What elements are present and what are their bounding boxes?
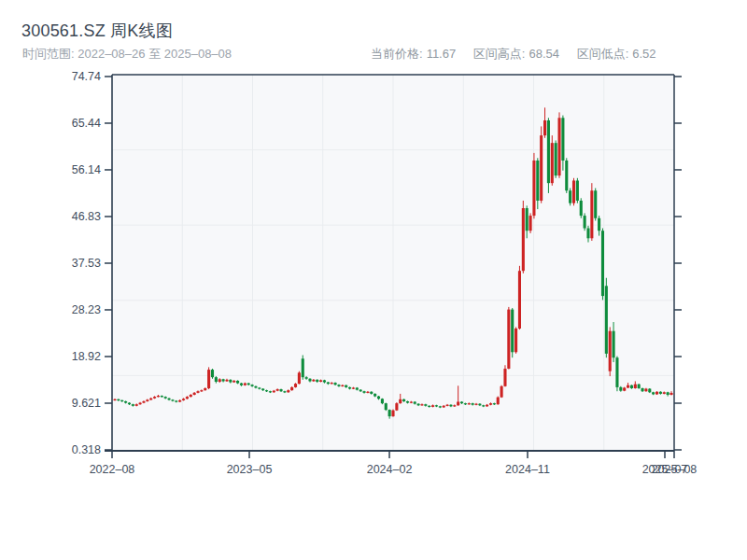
candle — [128, 403, 131, 405]
candle — [377, 397, 380, 399]
date-range-subtitle: 时间范围: 2022–08–26 至 2025–08–08 — [22, 46, 232, 63]
candle — [526, 208, 529, 231]
candle — [327, 383, 330, 385]
candle — [601, 231, 604, 296]
candle — [168, 399, 171, 400]
stat-current-price: 当前价格:11.67 — [371, 47, 456, 61]
candle — [294, 384, 297, 387]
candle — [439, 406, 442, 407]
candle — [493, 403, 496, 404]
candle — [497, 398, 500, 405]
candle — [435, 405, 438, 406]
candle — [171, 399, 174, 400]
candle — [175, 400, 177, 401]
candle — [247, 384, 250, 385]
candle — [308, 379, 311, 382]
candle — [507, 310, 510, 369]
candle — [572, 180, 575, 203]
candle — [522, 208, 525, 271]
candle — [132, 404, 134, 406]
candle — [244, 384, 247, 385]
candle — [464, 403, 467, 404]
y-tick-label: 56.14 — [72, 163, 101, 176]
x-axis: 2022–082023–052024–022024–112025–072025–… — [90, 451, 698, 476]
y-tick-label: 37.53 — [72, 257, 101, 270]
candle — [619, 387, 622, 391]
candle — [124, 401, 127, 403]
y-tick-label: 74.74 — [72, 70, 101, 83]
candle — [399, 399, 402, 403]
candle — [598, 218, 600, 231]
candle — [385, 403, 388, 410]
candle — [659, 392, 662, 394]
y-tick-label: 18.92 — [72, 350, 101, 363]
candle — [511, 310, 514, 353]
candle — [316, 380, 318, 382]
candle — [345, 385, 347, 387]
candle — [139, 403, 142, 405]
candle — [443, 406, 445, 408]
candle — [388, 410, 391, 416]
candle — [503, 369, 506, 386]
candle — [500, 386, 503, 398]
candle — [623, 387, 626, 390]
candle — [273, 391, 275, 393]
candle — [362, 391, 365, 393]
candle — [395, 403, 398, 411]
kline-chart: 74.7465.4456.1446.8337.5328.2318.929.621… — [56, 65, 710, 481]
y-tick-label: 28.23 — [72, 303, 101, 316]
candle — [663, 392, 666, 394]
candle — [457, 401, 459, 405]
candle — [431, 405, 434, 407]
x-tick-label: 2025–08 — [652, 463, 698, 476]
candle — [543, 120, 546, 135]
candle — [667, 392, 669, 395]
candle — [265, 390, 268, 391]
candle — [302, 358, 304, 377]
candle — [580, 201, 583, 216]
candle — [669, 393, 672, 395]
candle — [200, 390, 203, 391]
candle — [334, 383, 337, 385]
candle — [298, 372, 301, 384]
candle — [555, 143, 557, 175]
candle — [609, 331, 612, 371]
candle — [319, 380, 322, 382]
x-tick-label: 2022–08 — [90, 463, 135, 476]
candle — [269, 391, 272, 392]
candle — [359, 390, 362, 392]
candle — [514, 329, 517, 352]
candle — [374, 394, 376, 397]
candle — [594, 190, 597, 218]
candle — [196, 391, 199, 393]
candle — [584, 216, 586, 228]
candle — [120, 400, 123, 401]
candle — [655, 392, 658, 395]
candle — [331, 383, 333, 384]
candle — [381, 399, 384, 403]
candle — [218, 379, 221, 382]
candle — [449, 405, 452, 407]
candle — [615, 357, 618, 387]
candle — [157, 396, 160, 397]
candle — [279, 389, 282, 391]
candle — [424, 404, 427, 406]
x-tick-label: 2023–05 — [227, 463, 273, 476]
candle — [590, 190, 593, 238]
candle — [482, 405, 485, 406]
candle — [468, 403, 471, 404]
candle — [540, 135, 543, 201]
candle — [634, 385, 637, 388]
summary-stats: 当前价格:11.67 区间高点:68.54 区间低点:6.52 — [371, 46, 670, 63]
candle — [472, 403, 474, 405]
candle — [391, 411, 394, 416]
candle — [142, 401, 145, 403]
page-root: { "header": { "title": "300561.SZ 周K线图",… — [0, 0, 747, 560]
candle — [366, 392, 369, 393]
candle — [576, 180, 579, 200]
candle — [410, 401, 413, 402]
candle — [251, 385, 254, 386]
candle — [638, 385, 641, 388]
candle — [532, 161, 535, 216]
candle — [356, 387, 359, 389]
